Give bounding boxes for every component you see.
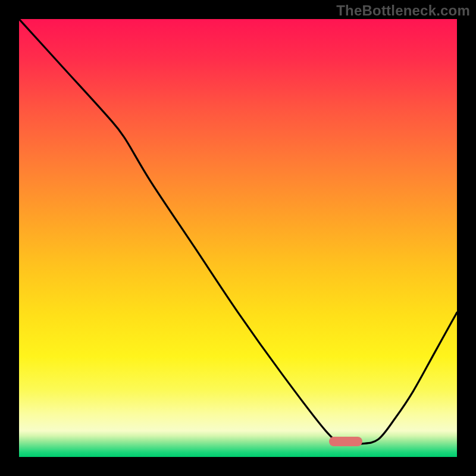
line-chart-svg [19,19,457,457]
watermark-text: TheBottleneck.com [336,2,470,19]
optimal-marker [329,437,362,446]
bottleneck-curve [19,19,457,445]
plot-area [19,19,457,457]
chart-frame: TheBottleneck.com [0,0,476,476]
